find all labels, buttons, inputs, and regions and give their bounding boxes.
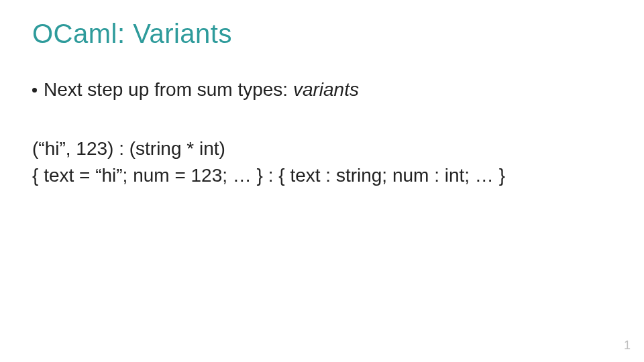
slide-title: OCaml: Variants	[32, 19, 612, 49]
code-line-2: { text = “hi”; num = 123; … } : { text :…	[32, 163, 612, 188]
code-line-1: (“hi”, 123) : (string * int)	[32, 136, 612, 162]
slide-body: Next step up from sum types: variants (“…	[32, 77, 612, 188]
bullet-italic: variants	[293, 79, 359, 100]
slide: OCaml: Variants Next step up from sum ty…	[0, 0, 644, 362]
bullet-item: Next step up from sum types: variants	[32, 77, 612, 103]
bullet-prefix: Next step up from sum types:	[44, 79, 293, 100]
bullet-text: Next step up from sum types: variants	[44, 77, 359, 103]
page-number: 1	[624, 339, 631, 353]
bullet-dot-icon	[32, 88, 37, 93]
